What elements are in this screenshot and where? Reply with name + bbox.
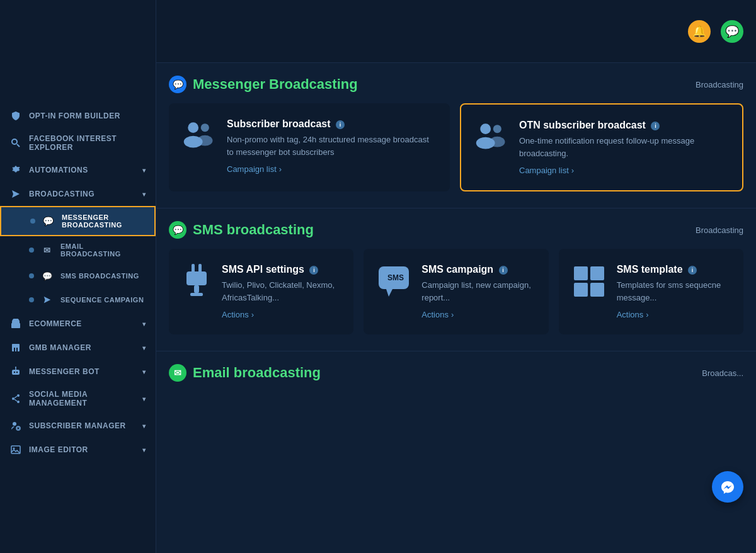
svg-point-11: [17, 394, 20, 397]
otn-broadcast-title: OTN subscriber broadcast i: [519, 120, 730, 131]
email-section-icon: ✉: [169, 364, 186, 382]
sidebar-item-automations[interactable]: Automations ▾: [0, 158, 156, 182]
otn-broadcast-link[interactable]: Campaign list ›: [519, 166, 730, 175]
email-breadcrumb: Broadcas...: [702, 368, 743, 378]
sms-breadcrumb: Broadcasting: [696, 225, 743, 235]
dot-icon: [29, 248, 34, 253]
sms-api-title: SMS API settings i: [222, 264, 341, 275]
svg-point-10: [15, 367, 16, 368]
sidebar-item-ecommerce[interactable]: Ecommerce ▾: [0, 312, 156, 336]
arrow-right-icon: ›: [451, 310, 454, 319]
sms-cards-row: SMS API settings i Twilio, Plivo, Clicka…: [169, 249, 743, 334]
svg-point-12: [12, 397, 14, 400]
svg-point-7: [14, 372, 15, 373]
chevron-icon: ▾: [142, 396, 146, 402]
svg-point-8: [16, 372, 18, 373]
sms-template-card: SMS template i Templates for sms sequecn…: [559, 249, 743, 334]
svg-rect-32: [190, 293, 203, 296]
plug-icon: [181, 264, 212, 299]
otn-broadcast-desc: One-time notification request follow-up …: [519, 135, 730, 159]
sidebar-item-image-editor[interactable]: Image Editor ▾: [0, 438, 156, 462]
sidebar-item-messenger-broadcasting[interactable]: 💬 Messenger Broadcasting: [0, 206, 156, 236]
share-icon: [10, 393, 21, 404]
topbar-icon-bell[interactable]: 🔔: [688, 20, 711, 43]
svg-rect-31: [194, 285, 199, 293]
sidebar-item-social-media[interactable]: Social Media Management ▾: [0, 384, 156, 414]
sidebar-item-messenger-bot[interactable]: Messenger Bot ▾: [0, 360, 156, 384]
dot-icon: [29, 273, 34, 278]
sms-campaign-desc: Campaign list, new campaign, report...: [421, 279, 536, 304]
sidebar-item-facebook-interest[interactable]: Facebook Interest Explorer: [0, 128, 156, 158]
svg-point-16: [13, 422, 16, 426]
otn-users-icon: [474, 120, 509, 150]
sidebar-item-subscriber-manager[interactable]: Subscriber Manager ▾: [0, 414, 156, 438]
sidebar-item-broadcasting[interactable]: Broadcasting ▾: [0, 182, 156, 206]
dot-icon: [29, 297, 34, 302]
sms-campaign-content: SMS campaign i Campaign list, new campai…: [421, 264, 536, 319]
sms-template-desc: Templates for sms sequecne message...: [617, 279, 731, 304]
svg-text:SMS: SMS: [387, 273, 404, 282]
sms-api-desc: Twilio, Plivo, Clickatell, Nexmo, Africa…: [222, 279, 341, 304]
info-icon: i: [499, 266, 508, 275]
sms-api-settings-card: SMS API settings i Twilio, Plivo, Clicka…: [169, 249, 353, 334]
chevron-icon: ▾: [142, 321, 146, 328]
topbar: 🔔 💬: [156, 0, 756, 63]
svg-rect-4: [14, 348, 15, 351]
users-icon: [181, 118, 217, 149]
topbar-icon-chat[interactable]: 💬: [721, 20, 743, 43]
subscriber-broadcast-link[interactable]: Campaign list ›: [227, 164, 437, 174]
messenger-icon: 💬: [43, 215, 54, 227]
shield-icon: [10, 110, 21, 122]
subscriber-broadcast-card: Subscriber broadcast i Non-promo with ta…: [169, 103, 450, 191]
store-icon: [10, 318, 21, 329]
svg-rect-38: [574, 283, 588, 297]
messenger-section-header: 💬 Messenger Broadcasting Broadcasting: [169, 76, 743, 93]
svg-rect-30: [186, 271, 207, 285]
svg-rect-28: [192, 264, 195, 273]
otn-subscriber-broadcast-card: OTN subscriber broadcast i One-time noti…: [460, 103, 743, 191]
sms-section-header: 💬 SMS broadcasting Broadcasting: [169, 221, 743, 239]
chevron-icon: ▾: [142, 447, 146, 453]
sidebar-item-opt-in-form[interactable]: Opt-In Form Builder: [0, 104, 156, 128]
arrow-right-icon: ›: [279, 164, 282, 174]
arrow-right-icon: ›: [571, 166, 574, 175]
email-icon: ✉: [42, 244, 53, 256]
gear-icon: [10, 164, 21, 176]
subscriber-broadcast-desc: Non-promo with tag, 24h structured messa…: [227, 134, 437, 158]
chevron-down-icon-broadcasting: ▾: [142, 191, 146, 198]
search-icon: [10, 137, 21, 149]
arrow-right-icon: ›: [251, 310, 254, 319]
svg-line-1: [17, 144, 20, 147]
info-icon: i: [651, 122, 660, 130]
sidebar-item-sequence-campaign[interactable]: Sequence Campaign: [0, 288, 156, 312]
messenger-section-title: 💬 Messenger Broadcasting: [169, 76, 358, 93]
sidebar-item-email-broadcasting[interactable]: ✉ Email Broadcasting: [0, 236, 156, 264]
building-icon: [10, 342, 21, 353]
svg-point-24: [480, 123, 491, 134]
svg-marker-34: [386, 289, 392, 297]
svg-rect-6: [12, 370, 20, 375]
sms-template-link[interactable]: Actions ›: [617, 310, 731, 319]
sms-api-link[interactable]: Actions ›: [222, 310, 341, 319]
dot-icon: [30, 219, 35, 224]
chevron-icon: ▾: [142, 345, 146, 351]
svg-point-13: [17, 401, 20, 403]
subscriber-broadcast-content: Subscriber broadcast i Non-promo with ta…: [227, 118, 437, 174]
messenger-breadcrumb: Broadcasting: [696, 80, 743, 89]
messenger-section-icon: 💬: [169, 76, 186, 93]
sms-campaign-link[interactable]: Actions ›: [421, 310, 536, 319]
sidebar: Opt-In Form Builder Facebook Interest Ex…: [0, 0, 156, 553]
svg-point-25: [493, 125, 501, 133]
sms-campaign-title: SMS campaign i: [421, 264, 536, 275]
email-section-title: ✉ Email broadcasting: [169, 364, 321, 382]
sidebar-item-gmb-manager[interactable]: GMB Manager ▾: [0, 336, 156, 360]
sms-campaign-card: SMS SMS campaign i Campaign list, new ca…: [364, 249, 548, 334]
chevron-down-icon: ▾: [142, 167, 146, 174]
send-icon: [42, 294, 53, 305]
robot-icon: [10, 366, 21, 377]
svg-rect-36: [574, 266, 588, 280]
sidebar-item-sms-broadcasting[interactable]: 💬 SMS Broadcasting: [0, 264, 156, 288]
info-icon: i: [336, 120, 345, 129]
messenger-fab[interactable]: [712, 471, 743, 503]
arrow-right-icon: ›: [646, 310, 648, 319]
